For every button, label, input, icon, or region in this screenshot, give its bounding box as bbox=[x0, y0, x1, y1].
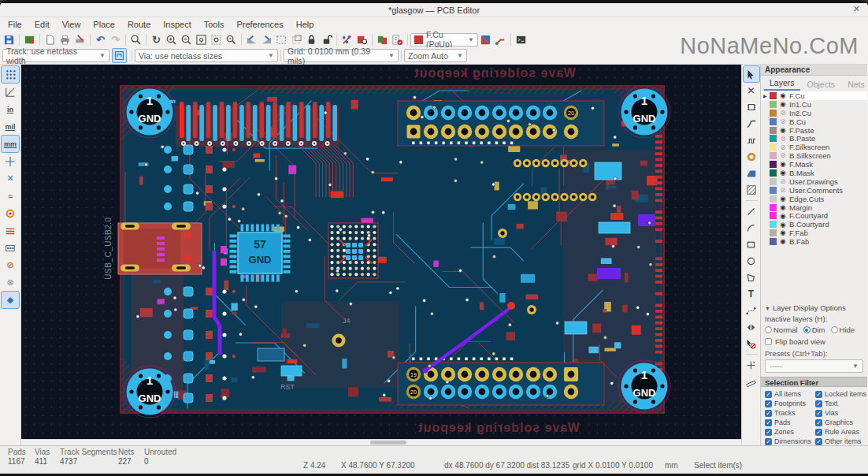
visibility-on-icon[interactable]: ◉ bbox=[779, 195, 787, 203]
local-ratsnest-tool[interactable]: ✕ bbox=[744, 83, 759, 99]
draw-arc-tool[interactable] bbox=[744, 220, 759, 236]
checkbox-checked-icon[interactable]: ✓ bbox=[765, 429, 772, 436]
select-tool[interactable] bbox=[744, 66, 759, 82]
visibility-on-icon[interactable]: ◉ bbox=[779, 101, 787, 108]
track-width-selector[interactable]: Track: use netclass width ▼ bbox=[2, 49, 109, 62]
visibility-off-icon[interactable]: ⊘ bbox=[779, 144, 787, 151]
layer-color-swatch[interactable] bbox=[770, 143, 777, 151]
origin-tool[interactable] bbox=[744, 357, 759, 373]
layer-color-swatch[interactable] bbox=[770, 229, 777, 236]
menu-route[interactable]: Route bbox=[121, 19, 157, 30]
draw-line-tool[interactable] bbox=[744, 203, 759, 219]
checkbox-checked-icon[interactable]: ✓ bbox=[765, 419, 772, 426]
visibility-on-icon[interactable]: ◉ bbox=[779, 238, 787, 245]
filter-footprints[interactable]: ✓Footprints bbox=[765, 400, 814, 407]
layer-color-swatch[interactable] bbox=[770, 195, 777, 203]
menu-place[interactable]: Place bbox=[87, 19, 121, 30]
checkbox-checked-icon[interactable]: ✓ bbox=[765, 410, 772, 417]
layer-row-f-fab[interactable]: ◉F.Fab bbox=[761, 229, 867, 237]
layer-row-f-courtyard[interactable]: ◉F.Courtyard bbox=[761, 211, 867, 220]
layer-pair-button[interactable] bbox=[478, 32, 493, 47]
zoom-in-button[interactable] bbox=[164, 32, 179, 47]
add-zone-tool[interactable] bbox=[744, 165, 759, 181]
layer-color-swatch[interactable] bbox=[770, 161, 777, 168]
filter-vias[interactable]: ✓Vias bbox=[815, 409, 866, 417]
ratsnest-button[interactable] bbox=[339, 32, 354, 47]
checkbox-checked-icon[interactable]: ✓ bbox=[765, 438, 772, 445]
layer-row-margin[interactable]: ◉Margin bbox=[761, 203, 867, 212]
horizontal-scrollbar[interactable] bbox=[21, 439, 741, 445]
visibility-off-icon[interactable]: ⊘ bbox=[779, 178, 787, 185]
checkbox-checked-icon[interactable]: ✓ bbox=[815, 400, 822, 407]
menu-view[interactable]: View bbox=[56, 19, 87, 30]
plot-button[interactable] bbox=[72, 32, 87, 47]
active-layer-selector[interactable]: F.Cu (PgUp) ▼ bbox=[410, 33, 478, 46]
visibility-off-icon[interactable]: ⊘ bbox=[779, 110, 787, 117]
appearance-manager-icon[interactable]: ◆ bbox=[2, 292, 19, 308]
checkbox-checked-icon[interactable]: ✓ bbox=[815, 429, 822, 436]
route-tracks-tool[interactable] bbox=[744, 116, 759, 132]
visibility-on-icon[interactable]: ◉ bbox=[779, 127, 787, 134]
visibility-on-icon[interactable]: ◉ bbox=[779, 169, 787, 177]
print-button[interactable] bbox=[57, 32, 72, 47]
grid-toggle-icon[interactable] bbox=[2, 66, 19, 83]
lock-button[interactable] bbox=[304, 32, 319, 47]
via-display-mode-icon[interactable] bbox=[2, 240, 19, 256]
tab-objects[interactable]: Objects bbox=[802, 79, 841, 91]
visibility-on-icon[interactable]: ◉ bbox=[779, 204, 787, 211]
grid-selector[interactable]: Grid: 0.0100 mm (0.39 mils) ▼ bbox=[284, 49, 399, 62]
filter-pads[interactable]: ✓Pads bbox=[765, 418, 814, 426]
filter-other-items[interactable]: ✓Other items bbox=[815, 437, 866, 445]
add-rule-area-tool[interactable] bbox=[744, 182, 759, 198]
layer-color-swatch[interactable] bbox=[770, 212, 777, 219]
units-mils-button[interactable]: mil bbox=[2, 118, 19, 135]
titlebar[interactable]: *glasgow — PCB Editor ✕ bbox=[0, 3, 868, 17]
zoom-fit-page-button[interactable] bbox=[194, 32, 209, 47]
layer-color-swatch[interactable] bbox=[770, 110, 777, 117]
checkbox-checked-icon[interactable]: ✓ bbox=[815, 391, 822, 398]
layer-row-edge-cuts[interactable]: ◉Edge.Cuts bbox=[761, 195, 867, 203]
draw-circle-tool[interactable] bbox=[744, 253, 759, 269]
units-inches-button[interactable]: in bbox=[2, 101, 19, 117]
rotate-left-button[interactable] bbox=[244, 32, 259, 47]
add-text-tool[interactable]: T bbox=[744, 286, 759, 302]
visibility-off-icon[interactable]: ⊘ bbox=[779, 136, 787, 143]
measure-tool[interactable] bbox=[744, 374, 759, 389]
ungroup-button[interactable] bbox=[289, 32, 304, 47]
net-highlight-icon[interactable] bbox=[2, 205, 19, 221]
pcb-canvas[interactable]: 201920 bbox=[21, 65, 741, 439]
layer-color-swatch[interactable] bbox=[770, 92, 777, 99]
drc-button[interactable] bbox=[390, 32, 405, 47]
layer-row-in1-cu[interactable]: ◉In1.Cu bbox=[761, 100, 867, 109]
add-via-tool[interactable] bbox=[744, 149, 759, 165]
zoom-out-button[interactable] bbox=[179, 32, 194, 47]
layer-row-b-silkscreen[interactable]: ⊘B.Silkscreen bbox=[761, 151, 867, 160]
draw-rectangle-tool[interactable] bbox=[744, 236, 759, 252]
layer-color-swatch[interactable] bbox=[770, 169, 777, 177]
tab-layers[interactable]: Layers bbox=[764, 77, 800, 91]
radio-hide[interactable] bbox=[831, 326, 838, 333]
close-icon[interactable]: ✕ bbox=[853, 4, 860, 14]
visibility-on-icon[interactable]: ◉ bbox=[779, 229, 787, 236]
visibility-on-icon[interactable]: ◉ bbox=[779, 92, 787, 99]
route-highlight-button[interactable] bbox=[493, 32, 508, 47]
layer-color-swatch[interactable] bbox=[770, 152, 777, 159]
layer-row-b-paste[interactable]: ⊘B.Paste bbox=[761, 134, 867, 143]
scripting-console-button[interactable] bbox=[514, 32, 529, 47]
menu-inspect[interactable]: Inspect bbox=[157, 19, 197, 30]
flip-board-view-row[interactable]: Flip board view bbox=[765, 337, 863, 346]
curved-ratsnest-icon[interactable]: ≈ bbox=[2, 188, 19, 204]
tab-nets[interactable]: Nets bbox=[842, 79, 867, 91]
layer-row-b-fab[interactable]: ◉B.Fab bbox=[761, 237, 867, 246]
page-settings-button[interactable] bbox=[43, 32, 57, 47]
cursor-shape-icon[interactable] bbox=[2, 153, 19, 169]
save-button[interactable] bbox=[2, 32, 17, 47]
checkbox-checked-icon[interactable]: ✓ bbox=[815, 438, 822, 445]
refresh-button[interactable]: ↻ bbox=[149, 32, 164, 47]
zoom-selection-button[interactable] bbox=[224, 32, 239, 47]
layer-row-user-drawings[interactable]: ⊘User.Drawings bbox=[761, 177, 867, 186]
menu-edit[interactable]: Edit bbox=[28, 19, 56, 30]
layer-display-options-title[interactable]: ▼Layer Display Options bbox=[765, 303, 863, 312]
presets-dropdown[interactable]: ----- ▼ bbox=[765, 359, 863, 373]
via-size-selector[interactable]: Via: use netclass sizes ▼ bbox=[135, 49, 278, 62]
